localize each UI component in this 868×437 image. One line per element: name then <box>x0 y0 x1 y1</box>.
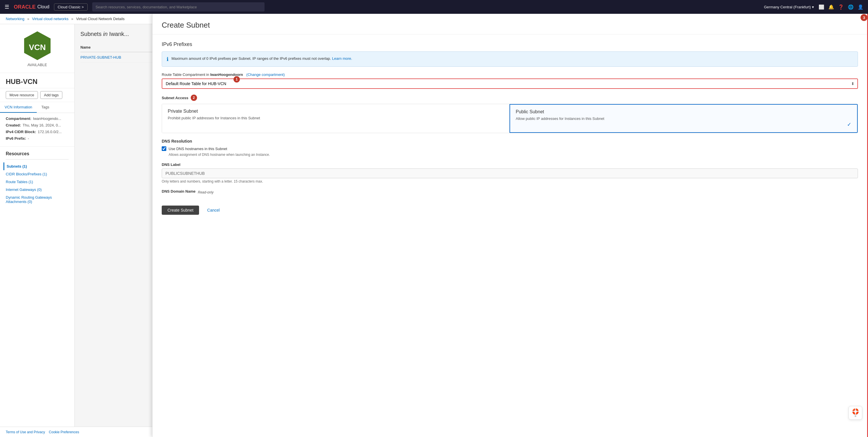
oracle-text: ORACLE <box>14 4 36 10</box>
breadcrumb-sep-2: » <box>71 17 73 21</box>
region-label: Germany Central (Frankfurt) <box>764 5 811 9</box>
info-icon: ℹ <box>166 56 168 62</box>
resource-drg[interactable]: Dynamic Routing Gateways Attachments (0) <box>6 194 69 206</box>
public-subnet-title: Public Subnet <box>516 109 851 114</box>
oracle-logo: ORACLE Cloud <box>14 4 50 10</box>
vcn-tabs: VCN Information Tags <box>0 102 74 113</box>
ipv6-info-text: Maximum amount of 0 IPv6 prefixes per Su… <box>172 56 352 61</box>
action-buttons: Create Subnet Cancel <box>162 201 858 215</box>
dns-domain-readonly-badge: Read-only <box>198 190 214 194</box>
create-subnet-submit-button[interactable]: Create Subnet <box>162 206 199 215</box>
region-chevron-icon: ▾ <box>812 5 814 9</box>
dns-domain-label: DNS Domain Name <box>162 189 195 194</box>
route-table-select[interactable]: Default Route Table for HUB-VCN <box>162 79 857 88</box>
breadcrumb-current: Virtual Cloud Network Details <box>76 17 125 21</box>
global-search-input[interactable] <box>92 2 265 11</box>
ipv6-section-title: IPv6 Prefixes <box>162 41 858 48</box>
badge-3: 3 <box>861 14 867 21</box>
resource-internet-gateways[interactable]: Internet Gateways (0) <box>6 186 69 194</box>
route-table-section: Route Table Compartment in IwanHoogendoo… <box>162 72 858 89</box>
public-subnet-check-icon: ✓ <box>847 121 851 128</box>
breadcrumb-networking[interactable]: Networking <box>6 17 24 21</box>
resources-divider <box>6 159 69 159</box>
region-selector[interactable]: Germany Central (Frankfurt) ▾ <box>764 5 814 9</box>
subnet-access-section: Subnet Access 2 Private Subnet Prohibit … <box>162 95 858 133</box>
dns-resolution-title: DNS Resolution <box>162 139 858 143</box>
help-icon[interactable]: ❓ <box>838 4 844 10</box>
notifications-icon[interactable]: 🔔 <box>828 4 834 10</box>
created-label: Created: <box>6 123 21 127</box>
top-navigation: ☰ ORACLE Cloud Cloud Classic > Germany C… <box>0 0 868 14</box>
subnet-row-link[interactable]: PRIVATE-SUBNET-HUB <box>81 55 121 59</box>
dns-domain-label-row: DNS Domain Name Read-only <box>162 189 858 195</box>
breadcrumb-vcn[interactable]: Virtual cloud networks <box>32 17 69 21</box>
terms-link[interactable]: Terms of Use and Privacy <box>6 430 45 434</box>
ipv4-label: IPv4 CIDR Block: <box>6 130 36 134</box>
add-tags-button[interactable]: Add tags <box>40 91 62 99</box>
resources-section: Resources Subnets (1) CIDR Blocks/Prefix… <box>0 147 74 208</box>
dns-resolution-section: DNS Resolution Use DNS hostnames in this… <box>162 139 858 157</box>
dns-label-hint: Only letters and numbers, starting with … <box>162 179 858 183</box>
nav-icon-group: ⬜ 🔔 ❓ 🌐 👤 <box>818 4 863 10</box>
subnet-options: Private Subnet Prohibit public IP addres… <box>162 104 858 133</box>
cancel-button[interactable]: Cancel <box>203 206 224 215</box>
dns-checkbox-sublabel: Allows assignment of DNS hostname when l… <box>168 153 858 157</box>
cloud-shell-icon[interactable]: ⬜ <box>818 4 824 10</box>
modal-body: IPv6 Prefixes ℹ Maximum amount of 0 IPv6… <box>153 34 867 222</box>
resource-cidr[interactable]: CIDR Blocks/Prefixes (1) <box>6 170 69 178</box>
resource-route-tables-link[interactable]: Route Tables (1) <box>6 180 33 184</box>
ipv6-label: IPv6 Prefix: <box>6 136 26 141</box>
nav-right-section: Germany Central (Frankfurt) ▾ ⬜ 🔔 ❓ 🌐 👤 <box>764 4 863 10</box>
public-subnet-option[interactable]: Public Subnet Allow public IP addresses … <box>509 104 858 133</box>
ipv6-info-box: ℹ Maximum amount of 0 IPv6 prefixes per … <box>162 52 858 67</box>
tab-tags[interactable]: Tags <box>37 102 54 113</box>
badge-2: 2 <box>191 95 197 101</box>
help-fab[interactable]: 🛟 ⠿ <box>848 406 862 420</box>
dns-checkbox[interactable] <box>162 146 166 151</box>
dns-checkbox-row: Use DNS hostnames in this Subnet <box>162 146 858 151</box>
private-subnet-title: Private Subnet <box>168 109 503 114</box>
modal-header: Create Subnet <box>153 14 867 34</box>
route-table-label: Route Table Compartment in IwanHoogendoo… <box>162 72 858 77</box>
resource-subnets[interactable]: Subnets (1) <box>3 163 69 170</box>
svg-text:VCN: VCN <box>29 43 46 52</box>
help-fab-icon: 🛟 <box>852 408 859 415</box>
resources-title: Resources <box>6 151 69 156</box>
vcn-actions: Move resource Add tags <box>0 88 74 102</box>
create-subnet-modal: Create Subnet IPv6 Prefixes ℹ Maximum am… <box>152 14 868 436</box>
dns-label-input[interactable] <box>162 169 858 178</box>
tab-vcn-information[interactable]: VCN Information <box>0 102 37 113</box>
help-fab-label: ⠿ <box>855 415 857 418</box>
ipv4-value: 172.16.0.0/2... <box>38 130 61 134</box>
resource-route-tables[interactable]: Route Tables (1) <box>6 178 69 186</box>
compartment-label: Compartment: <box>6 116 31 121</box>
vcn-title: HUB-VCN <box>0 73 74 88</box>
change-compartment-link[interactable]: (Change compartment) <box>246 72 285 77</box>
breadcrumb-sep-1: » <box>27 17 29 21</box>
resource-cidr-link[interactable]: CIDR Blocks/Prefixes (1) <box>6 172 47 176</box>
subnets-title: Subnets in Iwank... <box>81 31 129 37</box>
subnet-access-label: Subnet Access 2 <box>162 95 858 101</box>
vcn-status-label: AVAILABLE <box>27 63 47 67</box>
move-resource-button[interactable]: Move resource <box>6 91 38 99</box>
profile-icon[interactable]: 👤 <box>858 4 863 10</box>
dns-label-field-label: DNS Label <box>162 163 858 167</box>
language-icon[interactable]: 🌐 <box>848 4 854 10</box>
vcn-info: Compartment: IwanHoogendo... Created: Th… <box>0 113 74 147</box>
badge-1: 1 <box>234 76 240 83</box>
resource-drg-link[interactable]: Dynamic Routing Gateways Attachments (0) <box>6 195 52 204</box>
ipv6-prefixes-section: IPv6 Prefixes ℹ Maximum amount of 0 IPv6… <box>162 41 858 67</box>
private-subnet-option[interactable]: Private Subnet Prohibit public IP addres… <box>162 104 509 133</box>
dns-checkbox-label: Use DNS hostnames in this Subnet <box>168 147 227 151</box>
created-value: Thu, May 16, 2024, 0... <box>23 123 61 127</box>
cloud-classic-button[interactable]: Cloud Classic > <box>54 3 88 11</box>
resource-internet-gateways-link[interactable]: Internet Gateways (0) <box>6 187 42 192</box>
footer-left: Terms of Use and Privacy Cookie Preferen… <box>6 430 79 434</box>
hamburger-menu[interactable]: ☰ <box>5 4 9 10</box>
cloud-text: Cloud <box>37 4 50 9</box>
route-table-select-container: 1 Default Route Table for HUB-VCN ⬍ <box>162 79 858 89</box>
learn-more-link[interactable]: Learn more. <box>332 56 352 61</box>
dns-label-section: DNS Label Only letters and numbers, star… <box>162 163 858 183</box>
vcn-hexagon-icon: VCN <box>22 30 53 61</box>
cookies-link[interactable]: Cookie Preferences <box>49 430 79 434</box>
